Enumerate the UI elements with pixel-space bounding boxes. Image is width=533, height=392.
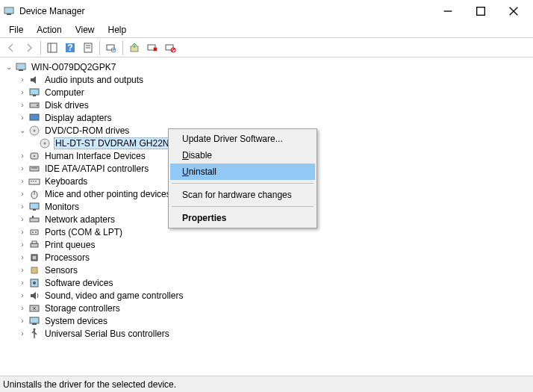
expand-arrow-icon[interactable]: › xyxy=(16,290,28,302)
svg-rect-2 xyxy=(7,13,11,15)
expand-arrow-icon[interactable]: › xyxy=(16,201,28,213)
category-label: Keyboards xyxy=(43,176,89,187)
window-title: Device Manager xyxy=(19,6,431,16)
expand-arrow-icon[interactable]: › xyxy=(16,328,28,340)
menubar: File Action View Help xyxy=(0,22,533,37)
svg-rect-42 xyxy=(35,181,37,182)
expand-arrow-icon[interactable]: › xyxy=(16,302,28,314)
expand-arrow-icon[interactable]: › xyxy=(16,239,28,251)
app-icon xyxy=(3,5,15,17)
category-label: Software devices xyxy=(43,278,114,288)
toolbar: ? xyxy=(0,38,533,57)
tree-category[interactable]: ›Sound, video and game controllers xyxy=(1,289,532,302)
svg-rect-41 xyxy=(33,181,34,182)
expand-arrow-icon[interactable]: › xyxy=(16,264,28,276)
ide-icon xyxy=(28,163,40,175)
maximize-button[interactable] xyxy=(464,0,497,22)
forward-button[interactable] xyxy=(21,40,37,56)
category-label: Monitors xyxy=(43,202,81,212)
expand-arrow-icon[interactable]: ⌄ xyxy=(3,61,15,73)
expand-arrow-icon[interactable]: › xyxy=(16,175,28,187)
ctx-uninstall[interactable]: Uninstall xyxy=(170,164,315,180)
show-hide-tree-button[interactable] xyxy=(44,40,60,56)
expand-arrow-icon[interactable]: › xyxy=(16,163,28,175)
tree-category[interactable]: ›Computer xyxy=(1,86,532,99)
svg-rect-24 xyxy=(17,64,25,69)
sound-icon xyxy=(28,290,40,302)
back-button[interactable] xyxy=(3,40,19,56)
ctx-scan-hardware[interactable]: Scan for hardware changes xyxy=(170,187,315,203)
menu-view[interactable]: View xyxy=(69,23,101,37)
help-button[interactable]: ? xyxy=(62,40,78,56)
uninstall-button[interactable] xyxy=(144,40,160,56)
tree-category[interactable]: ›Print queues xyxy=(1,238,532,251)
close-button[interactable] xyxy=(497,0,530,22)
svg-rect-45 xyxy=(30,203,39,209)
svg-rect-1 xyxy=(5,8,13,13)
tree-category[interactable]: ›Display adapters xyxy=(1,111,532,124)
expand-arrow-icon[interactable]: › xyxy=(16,74,28,86)
menu-help[interactable]: Help xyxy=(102,23,133,37)
expand-arrow-icon[interactable]: › xyxy=(16,226,28,238)
svg-rect-60 xyxy=(30,317,39,323)
category-label: Computer xyxy=(43,87,86,98)
ctx-properties[interactable]: Properties xyxy=(170,210,315,226)
tree-category[interactable]: ›Software devices xyxy=(1,276,532,289)
tree-category[interactable]: ›Processors xyxy=(1,251,532,264)
expand-arrow-icon[interactable]: › xyxy=(16,99,28,111)
tree-category[interactable]: ›Universal Serial Bus controllers xyxy=(1,327,532,340)
properties-button[interactable] xyxy=(80,40,96,56)
expand-arrow-icon[interactable]: › xyxy=(16,188,28,200)
tree-category[interactable]: ›Disk drives xyxy=(1,99,532,111)
ctx-separator xyxy=(172,183,314,184)
svg-rect-56 xyxy=(31,267,37,273)
svg-rect-55 xyxy=(33,256,36,259)
scan-hardware-button[interactable] xyxy=(103,40,119,56)
expand-arrow-icon[interactable]: ⌄ xyxy=(16,125,28,137)
disc-icon xyxy=(39,137,51,149)
tree-root[interactable]: ⌄ WIN-O079DQ2GPK7 xyxy=(1,60,532,73)
svg-rect-30 xyxy=(30,114,39,120)
svg-rect-47 xyxy=(30,218,39,222)
svg-rect-48 xyxy=(32,216,34,218)
monitor-icon xyxy=(28,87,40,99)
tree-category[interactable]: ›Storage controllers xyxy=(1,302,532,314)
category-label: Mice and other pointing devices xyxy=(43,189,172,199)
expand-arrow-icon[interactable]: › xyxy=(16,87,28,99)
statusbar: Uninstalls the driver for the selected d… xyxy=(0,376,533,392)
hid-icon xyxy=(28,150,40,162)
expand-arrow-icon[interactable]: › xyxy=(16,252,28,264)
expand-arrow-icon[interactable]: › xyxy=(16,112,28,124)
svg-rect-20 xyxy=(166,45,173,50)
svg-rect-27 xyxy=(33,95,36,96)
disable-button[interactable] xyxy=(162,40,178,56)
svg-rect-46 xyxy=(33,209,36,211)
cpu-icon xyxy=(28,252,40,264)
tree-category[interactable]: ›Sensors xyxy=(1,264,532,276)
svg-rect-61 xyxy=(32,323,37,325)
menu-action[interactable]: Action xyxy=(31,23,67,37)
category-label: System devices xyxy=(43,316,109,326)
system-icon xyxy=(28,315,40,327)
disk-icon xyxy=(28,99,40,111)
ctx-update-driver[interactable]: Update Driver Software... xyxy=(170,131,315,147)
expand-arrow-icon[interactable]: › xyxy=(16,315,28,327)
tree-category[interactable]: ›System devices xyxy=(1,314,532,327)
expand-arrow-icon[interactable]: › xyxy=(16,150,28,162)
category-label: Universal Serial Bus controllers xyxy=(43,329,171,339)
category-label: Processors xyxy=(43,252,91,263)
category-label: Display adapters xyxy=(43,113,113,123)
keyboard-icon xyxy=(28,175,40,187)
expand-arrow-icon[interactable]: › xyxy=(16,277,28,289)
minimize-button[interactable] xyxy=(431,0,464,22)
tree-category[interactable]: ›Audio inputs and outputs xyxy=(1,73,532,86)
ctx-disable[interactable]: Disable xyxy=(170,147,315,164)
expand-arrow-icon[interactable]: › xyxy=(16,214,28,225)
mouse-icon xyxy=(28,188,40,200)
toolbar-sep xyxy=(40,41,41,55)
display-icon xyxy=(28,112,40,124)
menu-file[interactable]: File xyxy=(3,23,29,37)
update-driver-button[interactable] xyxy=(126,40,143,56)
category-label: Sensors xyxy=(43,265,79,276)
svg-rect-52 xyxy=(31,243,38,247)
